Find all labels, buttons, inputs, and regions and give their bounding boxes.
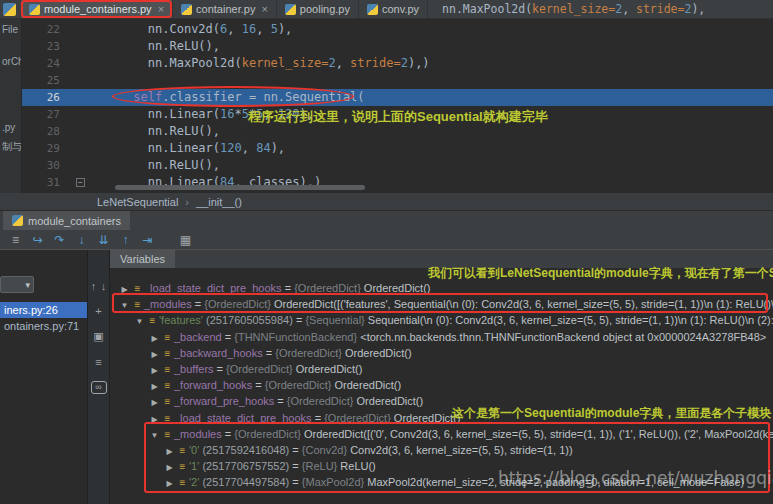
force-step-into-icon[interactable]: ⇊	[96, 233, 111, 247]
show-execution-point-icon[interactable]: ↪	[30, 233, 45, 247]
variable-row[interactable]: ▶≡_forward_hooks = {OrderedDict} Ordered…	[110, 377, 773, 393]
code-line: 24 nn.MaxPool2d(kernel_size=2, stride=2)…	[22, 55, 773, 72]
thread-selector-dropdown[interactable]: ▾	[0, 276, 34, 293]
code-editor[interactable]: 22 nn.Conv2d(6, 16, 5),23 nn.ReLU(),24 n…	[22, 19, 773, 193]
variables-panel: Variables ▶≡_load_state_dict_pre_hooks =…	[110, 250, 773, 504]
collapse-arrow-icon[interactable]: ▼	[148, 428, 161, 442]
chevron-down-icon: ▾	[25, 280, 30, 290]
variable-icon: ≡	[161, 394, 174, 409]
fold-column	[74, 38, 90, 55]
move-up-icon[interactable]: ↑	[89, 280, 99, 292]
value-text: OrderedDict([('features', Sequential(\n …	[274, 298, 773, 310]
fold-marker-icon[interactable]: −	[76, 178, 85, 187]
move-down-icon[interactable]: ↓	[99, 280, 109, 292]
expand-arrow-icon[interactable]: ▶	[148, 412, 161, 426]
type-label: {Sequential}	[305, 314, 367, 326]
line-number[interactable]: 25	[22, 72, 74, 89]
expand-arrow-icon[interactable]: ▶	[163, 460, 176, 474]
variable-icon: ≡	[161, 330, 174, 345]
code-token: nn.MaxPool2d(	[442, 2, 532, 16]
expand-arrow-icon[interactable]: ▶	[148, 363, 161, 377]
editor-tab[interactable]: module_containers.py×	[21, 0, 173, 18]
code-token: ,	[256, 22, 270, 36]
watch-list-icon[interactable]: ≡	[88, 356, 109, 368]
variable-name: _modules	[174, 428, 222, 440]
variable-row[interactable]: ▶≡_buffers = {OrderedDict} OrderedDict()	[110, 361, 773, 377]
code-token: nn.ReLU(),	[90, 158, 220, 172]
duplicate-watch-icon[interactable]: ▣	[88, 330, 109, 343]
horizontal-scrollbar-thumb[interactable]	[115, 185, 365, 190]
step-into-icon[interactable]: ↓	[74, 233, 89, 247]
equals-sign: =	[293, 314, 306, 326]
variable-row[interactable]: ▶≡_load_state_dict_pre_hooks = {OrderedD…	[110, 280, 773, 296]
ann-text-submodules: 这个是第一个Sequential的module字典，里面是各个子模块	[452, 405, 771, 422]
code-token: ),)	[408, 56, 430, 70]
code-token: ,	[227, 22, 241, 36]
variable-row[interactable]: ▶≡_backward_hooks = {OrderedDict} Ordere…	[110, 345, 773, 361]
variable-name: _load_state_dict_pre_hooks	[174, 412, 312, 424]
collapse-arrow-icon[interactable]: ▼	[118, 298, 131, 312]
code-token: ,	[242, 141, 256, 155]
breadcrumb-item-class[interactable]: LeNetSequential	[97, 196, 178, 208]
editor-tab[interactable]: container.py×	[173, 0, 277, 18]
fold-column	[74, 72, 90, 89]
breadcrumb-item-method[interactable]: __init__()	[196, 196, 242, 208]
editor-tab-bar: module_containers.py×container.py×poolin…	[0, 0, 773, 19]
expand-arrow-icon[interactable]: ▶	[163, 476, 176, 490]
tab-close-icon[interactable]: ×	[158, 3, 164, 15]
type-label: {OrderedDict}	[287, 395, 357, 407]
code-token: ),	[278, 22, 292, 36]
equals-sign: =	[312, 412, 325, 424]
code-token: ,	[336, 56, 350, 70]
type-label: {OrderedDict}	[265, 379, 335, 391]
fold-column	[74, 140, 90, 157]
stack-frame-row[interactable]: iners.py:26	[0, 302, 87, 318]
tab-label: container.py	[196, 3, 255, 15]
collapse-arrow-icon[interactable]: ▼	[133, 314, 146, 328]
expand-arrow-icon[interactable]: ▶	[148, 331, 161, 345]
watch-toolbar: ↑↓+▣≡∞	[88, 250, 110, 504]
debug-tool-tab[interactable]: module_containers	[3, 211, 130, 230]
inline-values-icon[interactable]: ∞	[91, 381, 107, 394]
variable-row[interactable]: ▼≡'features' (2517605055984) = {Sequenti…	[110, 312, 773, 328]
expand-arrow-icon[interactable]: ▶	[163, 444, 176, 458]
code-token: ),	[691, 2, 705, 16]
object-id: (2517605055984)	[203, 314, 293, 326]
menu-icon[interactable]: ≡	[8, 233, 23, 247]
line-number[interactable]: 26	[22, 89, 74, 106]
type-label: {ReLU}	[302, 460, 341, 472]
variable-name: _backend	[174, 331, 222, 343]
expand-arrow-icon[interactable]: ▶	[118, 282, 131, 296]
line-number[interactable]: 23	[22, 38, 74, 55]
tab-variables[interactable]: Variables	[110, 250, 175, 268]
variable-row[interactable]: ▼≡_modules = {OrderedDict} OrderedDict([…	[110, 426, 773, 442]
step-out-icon[interactable]: ↑	[118, 233, 133, 247]
line-number[interactable]: 28	[22, 123, 74, 140]
type-label: {THNNFunctionBackend}	[234, 331, 360, 343]
line-number[interactable]: 31	[22, 174, 74, 191]
code-text: nn.Conv2d(6, 16, 5),	[90, 21, 292, 38]
line-number[interactable]: 22	[22, 21, 74, 38]
variable-row[interactable]: ▶≡_backend = {THNNFunctionBackend} <torc…	[110, 329, 773, 345]
step-over-icon[interactable]: ↷	[52, 233, 67, 247]
editor-tab[interactable]: conv.py	[359, 0, 428, 18]
value-text: OrderedDict()	[364, 282, 431, 294]
layout-grid-icon[interactable]: ▦	[178, 233, 193, 247]
variable-icon: ≡	[176, 475, 189, 490]
stack-frame-row[interactable]: ontainers.py:71	[0, 318, 87, 334]
line-number[interactable]: 29	[22, 140, 74, 157]
variable-row[interactable]: ▼≡_modules = {OrderedDict} OrderedDict([…	[110, 296, 773, 312]
expand-arrow-icon[interactable]: ▶	[148, 347, 161, 361]
variable-icon: ≡	[161, 378, 174, 393]
line-number[interactable]: 30	[22, 157, 74, 174]
project-item-fragment: 制与逻辑	[2, 140, 22, 154]
run-to-cursor-icon[interactable]: ⇥	[140, 233, 155, 247]
variable-row[interactable]: ▶≡'0' (2517592416048) = {Conv2d} Conv2d(…	[110, 442, 773, 458]
expand-arrow-icon[interactable]: ▶	[148, 395, 161, 409]
expand-arrow-icon[interactable]: ▶	[148, 379, 161, 393]
line-number[interactable]: 24	[22, 55, 74, 72]
line-number[interactable]: 27	[22, 106, 74, 123]
editor-tab[interactable]: pooling.py	[277, 0, 359, 18]
tab-close-icon[interactable]: ×	[261, 3, 267, 15]
add-watch-icon[interactable]: +	[88, 305, 109, 317]
